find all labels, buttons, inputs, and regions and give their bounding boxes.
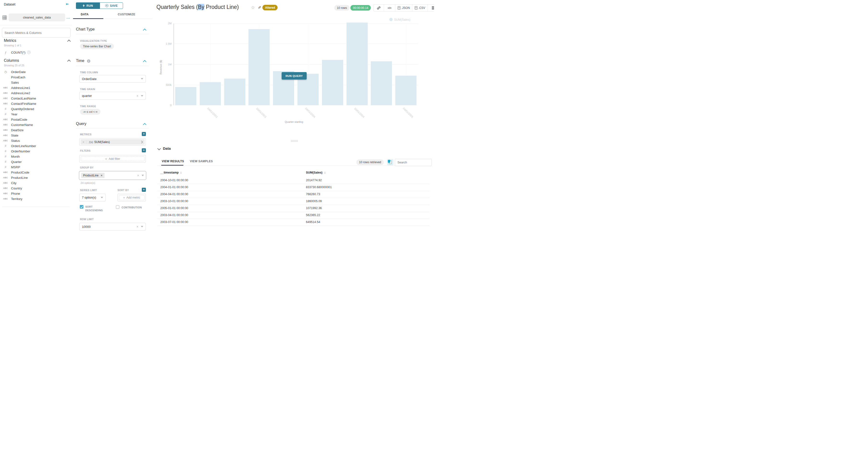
- timeseries-bar-chart: SUM(Sales) Revenue ($) 0500k1M1.5M2M04/0…: [153, 0, 434, 135]
- column-item[interactable]: ABCPostalCode: [0, 117, 72, 122]
- table-row[interactable]: 2003-10-01 00:00:001860005.09: [157, 198, 429, 205]
- row-limit-select[interactable]: 10000 ×: [79, 223, 146, 230]
- column-item[interactable]: ABCPhone: [0, 191, 72, 196]
- metric-item[interactable]: ƒCOUNT(*)?: [0, 50, 72, 55]
- column-item[interactable]: ◷OrderDate: [0, 69, 72, 74]
- table-row[interactable]: 2004-10-01 00:00:002014774.92: [157, 177, 429, 184]
- y-tick-label: 1M: [160, 63, 172, 66]
- column-item[interactable]: ABCContactLastName: [0, 96, 72, 101]
- column-item[interactable]: #OrderNumber: [0, 149, 72, 154]
- clear-icon[interactable]: ×: [136, 225, 138, 228]
- column-item[interactable]: ABCCountry: [0, 186, 72, 191]
- bar[interactable]: [224, 78, 245, 105]
- sort-icon[interactable]: [324, 171, 326, 174]
- sort-descending-checkbox[interactable]: [80, 205, 83, 209]
- column-item[interactable]: ABCDealSize: [0, 127, 72, 133]
- add-filter-plus-button[interactable]: +: [142, 148, 146, 152]
- column-item[interactable]: Sales: [0, 80, 72, 85]
- metric-chip[interactable]: × ƒ(x) SUM(Sales): [81, 139, 145, 145]
- column-item[interactable]: #Month: [0, 154, 72, 159]
- series-limit-select[interactable]: 7 option(s): [79, 194, 106, 201]
- column-item[interactable]: PriceEach: [0, 74, 72, 80]
- table-row[interactable]: 2004-04-01 00:00:00766260.73: [157, 191, 429, 198]
- bar[interactable]: [248, 29, 270, 105]
- column-item[interactable]: ABCCustomerName: [0, 122, 72, 127]
- run-query-button[interactable]: RUN QUERY: [282, 72, 307, 80]
- bar[interactable]: [346, 23, 368, 105]
- remove-metric-icon[interactable]: ×: [81, 140, 87, 144]
- contribution-checkbox[interactable]: [116, 205, 119, 209]
- column-item[interactable]: #Year: [0, 112, 72, 117]
- column-item[interactable]: ABCProductCode: [0, 170, 72, 175]
- column-header-sum-sales[interactable]: SUM(Sales): [306, 171, 326, 174]
- time-grain-select[interactable]: quarter ×: [79, 92, 146, 100]
- column-item[interactable]: ABCContactFirstName: [0, 101, 72, 106]
- column-item[interactable]: ABCCity: [0, 180, 72, 186]
- cell-sum-sales: 562365.22: [306, 214, 320, 217]
- clear-icon[interactable]: ×: [137, 174, 139, 177]
- table-search-input[interactable]: [395, 159, 432, 166]
- dataset-more-icon[interactable]: ...: [67, 15, 70, 19]
- plus-icon: +: [105, 157, 107, 161]
- time-column-select[interactable]: OrderDate: [79, 75, 146, 83]
- search-metrics-input[interactable]: [2, 28, 71, 37]
- viz-type-pill[interactable]: Time-series Bar Chart: [80, 43, 114, 49]
- clear-icon[interactable]: ×: [136, 94, 138, 98]
- bar[interactable]: [371, 61, 392, 105]
- legend-label[interactable]: SUM(Sales): [394, 18, 410, 21]
- column-item[interactable]: #Quarter: [0, 159, 72, 164]
- column-item[interactable]: #MSRP: [0, 164, 72, 170]
- add-sort-metric-plus-button[interactable]: +: [142, 188, 146, 192]
- column-item[interactable]: ABCTerritory: [0, 196, 72, 201]
- bar[interactable]: [322, 60, 343, 105]
- data-panel-collapse-icon[interactable]: [157, 147, 161, 150]
- bar[interactable]: [395, 76, 416, 105]
- column-item[interactable]: ABCProductLine: [0, 175, 72, 180]
- tab-view-samples[interactable]: VIEW SAMPLES: [190, 160, 213, 163]
- time-range-pill[interactable]: -∞ ≤ col < ∞: [80, 109, 100, 115]
- run-button[interactable]: RUN: [76, 2, 100, 9]
- column-item[interactable]: ABCState: [0, 133, 72, 138]
- metrics-collapse-icon[interactable]: [67, 40, 71, 43]
- columns-collapse-icon[interactable]: [67, 60, 71, 63]
- group-by-chip[interactable]: ProductLine ✕: [81, 173, 104, 178]
- time-collapse-icon[interactable]: [143, 60, 146, 63]
- column-item[interactable]: #OrderLineNumber: [0, 143, 72, 149]
- plus-circle-icon: +: [105, 4, 108, 7]
- chevron-right-icon[interactable]: [140, 140, 143, 143]
- column-item[interactable]: ABCStatus: [0, 138, 72, 143]
- legend-marker[interactable]: [389, 18, 393, 21]
- dataset-name-pill[interactable]: cleaned_sales_data: [9, 13, 65, 21]
- query-collapse-icon[interactable]: [143, 123, 146, 126]
- bar[interactable]: [175, 87, 196, 105]
- add-filter-box[interactable]: +Add filter: [79, 155, 146, 162]
- column-item[interactable]: ABCAddressLine2: [0, 90, 72, 96]
- sort-by-add-metric-box[interactable]: +Add metric: [118, 194, 146, 201]
- contribution-label: CONTRIBUTION: [122, 206, 142, 209]
- tab-customize[interactable]: CUSTOMIZE: [118, 13, 135, 16]
- save-button[interactable]: + SAVE: [100, 2, 123, 9]
- y-tick-label: 1.5M: [160, 42, 172, 45]
- abc-type-icon: ABC: [2, 102, 9, 105]
- column-label: Country: [11, 187, 22, 190]
- tab-view-results[interactable]: VIEW RESULTS: [162, 160, 184, 163]
- remove-chip-icon[interactable]: ✕: [100, 174, 103, 177]
- chart-type-collapse-icon[interactable]: [143, 29, 146, 32]
- bar[interactable]: [200, 82, 221, 105]
- column-header-timestamp[interactable]: __timestamp: [160, 171, 182, 174]
- cell-sum-sales: 833730.680000001: [306, 186, 332, 189]
- column-item[interactable]: #QuantityOrdered: [0, 106, 72, 112]
- table-row[interactable]: 2005-01-01 00:00:001071992.36: [157, 205, 429, 212]
- help-icon[interactable]: ?: [27, 51, 31, 54]
- tab-data[interactable]: DATA: [81, 13, 89, 16]
- panel-resize-handle[interactable]: [291, 140, 298, 142]
- collapse-sidebar-icon[interactable]: ⇤: [66, 2, 69, 6]
- column-item[interactable]: ABCAddressLine1: [0, 85, 72, 90]
- group-by-select[interactable]: ProductLine ✕ ×: [79, 171, 146, 180]
- add-metric-plus-button[interactable]: +: [142, 132, 146, 136]
- copy-data-button[interactable]: [387, 159, 393, 165]
- table-row[interactable]: 2004-01-01 00:00:00833730.680000001: [157, 184, 429, 191]
- table-row[interactable]: 2003-04-01 00:00:00562365.22: [157, 212, 429, 219]
- table-row[interactable]: 2003-07-01 00:00:00649514.54: [157, 219, 429, 226]
- sort-icon[interactable]: [180, 171, 182, 174]
